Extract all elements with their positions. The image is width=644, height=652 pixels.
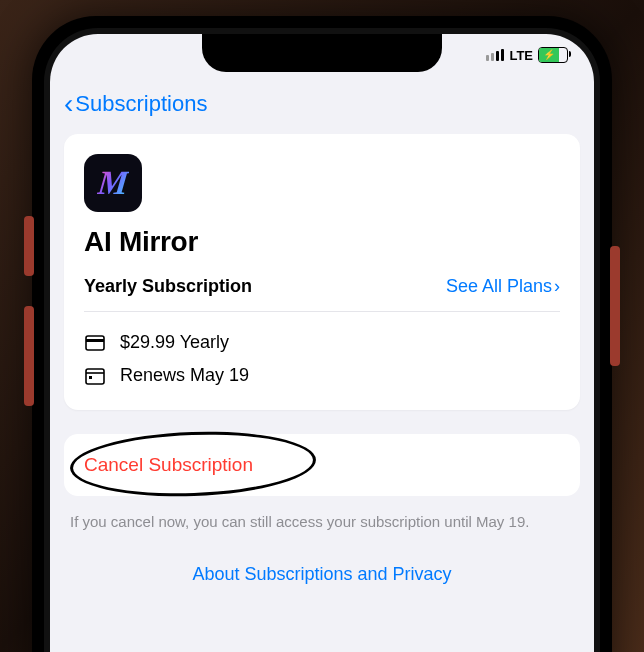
- card-icon: [84, 335, 106, 351]
- app-title: AI Mirror: [84, 226, 560, 258]
- cancel-subscription-button[interactable]: Cancel Subscription: [84, 454, 253, 476]
- cancel-info-text: If you cancel now, you can still access …: [64, 512, 580, 532]
- battery-icon: ⚡: [538, 47, 568, 63]
- see-all-plans-link[interactable]: See All Plans ›: [446, 276, 560, 297]
- renew-row: Renews May 19: [84, 359, 560, 392]
- volume-up-button: [24, 216, 34, 276]
- subscription-card: M AI Mirror Yearly Subscription See All …: [64, 134, 580, 410]
- svg-rect-4: [89, 376, 92, 379]
- about-subscriptions-link[interactable]: About Subscriptions and Privacy: [64, 564, 580, 585]
- svg-rect-0: [86, 336, 104, 350]
- power-button: [610, 246, 620, 366]
- plan-type: Yearly Subscription: [84, 276, 252, 297]
- charging-icon: ⚡: [543, 50, 555, 60]
- calendar-icon: [84, 367, 106, 385]
- screen: LTE ⚡ ‹ Subscriptions M AI Mirror: [50, 34, 594, 652]
- app-icon-letter: M: [96, 164, 130, 202]
- app-icon: M: [84, 154, 142, 212]
- signal-icon: [486, 49, 504, 61]
- chevron-left-icon: ‹: [64, 90, 73, 118]
- notch: [202, 34, 442, 72]
- phone-frame: LTE ⚡ ‹ Subscriptions M AI Mirror: [32, 16, 612, 652]
- back-button[interactable]: ‹ Subscriptions: [64, 80, 580, 134]
- volume-down-button: [24, 306, 34, 406]
- network-label: LTE: [509, 48, 533, 63]
- back-label: Subscriptions: [75, 91, 207, 117]
- price-label: $29.99 Yearly: [120, 332, 229, 353]
- cancel-card: Cancel Subscription: [64, 434, 580, 496]
- price-row: $29.99 Yearly: [84, 326, 560, 359]
- renew-label: Renews May 19: [120, 365, 249, 386]
- svg-rect-1: [86, 339, 104, 342]
- svg-rect-2: [86, 369, 104, 384]
- chevron-right-icon: ›: [554, 276, 560, 297]
- see-all-label: See All Plans: [446, 276, 552, 297]
